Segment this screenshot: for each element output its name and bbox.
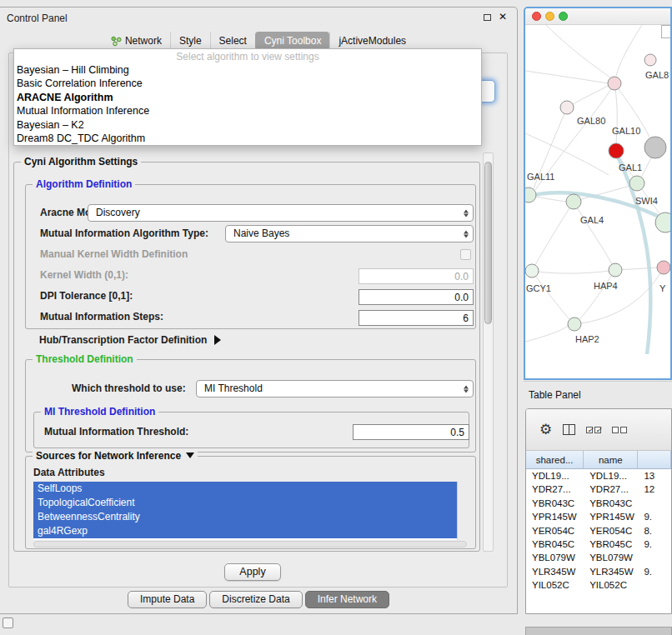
network-edge xyxy=(616,25,642,76)
mi-steps-field[interactable] xyxy=(359,310,474,326)
mi-algorithm-type-select[interactable]: Naive Bayes xyxy=(225,225,474,242)
network-view-window: GAL8GAL80GAL10GAL11GAL1SWI4GAL4GCY1HAP4Y… xyxy=(524,7,672,380)
zoom-traffic-light-icon[interactable] xyxy=(559,12,568,21)
table-cell: YPR145W xyxy=(526,510,584,523)
kernel-width-field[interactable] xyxy=(359,268,474,284)
mi-steps-label: Mutual Information Steps: xyxy=(40,311,163,322)
threshold-definition-title: Threshold Definition xyxy=(33,353,137,365)
network-node[interactable] xyxy=(560,101,574,114)
network-node[interactable] xyxy=(525,188,536,202)
settings-scrollbar-thumb[interactable] xyxy=(484,162,492,324)
table-row[interactable]: YIL052CYIL052C xyxy=(526,578,671,592)
network-node[interactable] xyxy=(644,54,656,66)
which-threshold-select[interactable]: MI Threshold xyxy=(196,380,474,398)
network-node[interactable] xyxy=(644,137,666,158)
apply-button[interactable]: Apply xyxy=(224,563,281,581)
algorithm-option-basic-correlation-inference[interactable]: Basic Correlation Inference xyxy=(14,77,481,90)
mi-algorithm-type-value: Naive Bayes xyxy=(233,228,289,239)
network-corner-widget[interactable] xyxy=(661,25,672,38)
unselect-all-columns-icon[interactable] xyxy=(612,427,627,433)
collapse-down-arrow-icon[interactable] xyxy=(186,452,194,458)
network-node-label: Y xyxy=(659,283,666,293)
table-cell: YIL052C xyxy=(526,578,584,592)
table-settings-gear-icon[interactable]: ⚙ xyxy=(539,422,552,437)
algorithm-option-bayesian-hill-climbing[interactable]: Bayesian – Hill Climbing xyxy=(14,63,481,77)
table-cell: YDL19... xyxy=(584,469,638,482)
algorithm-popup-placeholder: Select algorithm to view settings xyxy=(14,51,481,63)
attribute-item-betweennesscentrality[interactable]: BetweennessCentrality xyxy=(33,510,457,524)
panel-toggle-icon[interactable] xyxy=(3,618,13,628)
table-row[interactable]: YPR145WYPR145W9. xyxy=(526,510,671,523)
aracne-mode-value: Discovery xyxy=(96,207,140,218)
column-header-shared[interactable]: shared... xyxy=(526,451,584,468)
tab-select[interactable]: Select xyxy=(210,32,255,50)
tab-jactivemodules[interactable]: jActiveModules xyxy=(329,32,414,50)
bottom-tab-infer-network[interactable]: Infer Network xyxy=(305,591,389,608)
tab-cyni-toolbox[interactable]: Cyni Toolbox xyxy=(255,32,329,50)
network-canvas[interactable]: GAL8GAL80GAL10GAL11GAL1SWI4GAL4GCY1HAP4Y… xyxy=(525,25,670,378)
float-window-icon[interactable] xyxy=(484,14,491,21)
table-cell: YER054C xyxy=(526,524,584,538)
hub-transcription-factor-section[interactable]: Hub/Transcription Factor Definition xyxy=(39,334,221,346)
tab-style[interactable]: Style xyxy=(170,32,210,50)
table-row[interactable]: YBR045CYBR045C9. xyxy=(526,538,671,551)
sources-title[interactable]: Sources for Network Inference xyxy=(33,450,198,462)
manual-kernel-width-checkbox[interactable] xyxy=(460,249,471,260)
table-row[interactable]: YER054CYER054C8. xyxy=(526,524,671,538)
control-panel-titlebar[interactable]: Control Panel ✕ xyxy=(0,8,517,29)
network-node-label: GAL4 xyxy=(580,215,604,225)
settings-scrollbar[interactable] xyxy=(483,152,494,552)
bottom-tab-impute-data[interactable]: Impute Data xyxy=(128,591,207,608)
network-node[interactable] xyxy=(609,263,622,277)
algorithm-option-bayesian-k2[interactable]: Bayesian – K2 xyxy=(14,118,481,132)
dpi-tolerance-field[interactable] xyxy=(359,289,474,305)
aracne-mode-select[interactable]: Discovery xyxy=(88,204,474,222)
expand-right-arrow-icon[interactable] xyxy=(214,335,221,345)
network-node[interactable] xyxy=(657,261,670,274)
table-cell: 9. xyxy=(638,510,671,523)
close-window-icon[interactable]: ✕ xyxy=(499,12,507,22)
network-node-label: SWI4 xyxy=(635,196,658,206)
column-header-name[interactable]: name xyxy=(584,451,638,468)
show-columns-icon[interactable] xyxy=(563,424,575,435)
data-attributes-listbox[interactable]: SelfLoopsTopologicalCoefficientBetweenne… xyxy=(33,482,467,540)
mi-threshold-label: Mutual Information Threshold: xyxy=(44,426,188,438)
table-cell: YIL052C xyxy=(584,578,638,592)
tab-label: Network xyxy=(125,35,162,47)
table-row[interactable]: YBR043CYBR043C xyxy=(526,497,671,510)
attribute-item-selfloops[interactable]: SelfLoops xyxy=(33,482,457,496)
sources-group: Sources for Network Inference Data Attri… xyxy=(25,456,476,549)
network-node[interactable] xyxy=(566,194,581,209)
mi-threshold-field[interactable] xyxy=(353,424,469,440)
algorithm-option-aracne-algorithm[interactable]: ARACNE Algorithm xyxy=(14,91,481,104)
network-node[interactable] xyxy=(609,143,624,158)
network-node[interactable] xyxy=(629,176,644,191)
algorithm-option-dream8-dc-tdc-algorithm[interactable]: Dream8 DC_TDC Algorithm xyxy=(14,132,481,145)
algorithm-option-mutual-information-inference[interactable]: Mutual Information Inference xyxy=(14,104,481,118)
network-window-titlebar[interactable] xyxy=(525,8,670,25)
network-node[interactable] xyxy=(525,264,539,278)
network-node[interactable] xyxy=(608,77,621,90)
table-row[interactable]: YDL19...YDL19...13 xyxy=(526,469,671,482)
table-cell: YBL079W xyxy=(526,551,584,564)
bottom-tab-discretize-data[interactable]: Discretize Data xyxy=(209,591,302,608)
threshold-definition-group: Threshold Definition Which threshold to … xyxy=(25,359,476,452)
tab-network[interactable]: Network xyxy=(103,32,170,50)
close-traffic-light-icon[interactable] xyxy=(532,12,541,21)
attributes-scrollbar[interactable] xyxy=(457,482,467,540)
table-cell: YPR145W xyxy=(584,510,638,523)
table-row[interactable]: YLR345WYLR345W9. xyxy=(526,565,671,578)
table-cell: YBR045C xyxy=(584,538,638,551)
attribute-item-gal4rgexp[interactable]: gal4RGexp xyxy=(33,524,457,538)
table-row[interactable]: YDR27...YDR27...12 xyxy=(526,482,671,496)
kernel-width-label: Kernel Width (0,1): xyxy=(40,269,128,281)
attributes-horizontal-scrollbar[interactable] xyxy=(33,541,467,548)
column-header-extra[interactable] xyxy=(638,451,671,468)
table-row[interactable]: YBL079WYBL079W xyxy=(526,551,671,564)
network-node-label: GAL80 xyxy=(577,116,605,126)
network-node[interactable] xyxy=(568,318,581,331)
select-all-columns-icon[interactable] xyxy=(586,427,601,433)
network-edge xyxy=(535,202,574,265)
minimize-traffic-light-icon[interactable] xyxy=(545,12,554,21)
attribute-item-topologicalcoefficient[interactable]: TopologicalCoefficient xyxy=(33,496,457,510)
